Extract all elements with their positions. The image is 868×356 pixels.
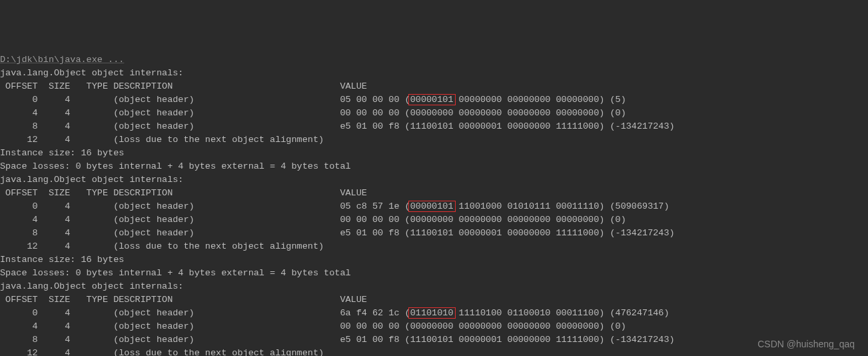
watermark: CSDN @huisheng_qaq <box>757 337 855 351</box>
table-row: 4 4 (object header) 00 00 00 00 (0000000… <box>0 320 868 333</box>
row-suffix: 00000000 00000000 00000000) (5) <box>454 95 626 105</box>
space-losses: Space losses: 0 bytes internal + 4 bytes… <box>0 267 868 280</box>
row-prefix: 0 4 (object header) 05 c8 57 1e ( <box>0 201 410 211</box>
highlighted-byte: 00000101 <box>408 94 456 105</box>
instance-size: Instance size: 16 bytes <box>0 147 868 160</box>
table-row: 8 4 (object header) e5 01 00 f8 (1110010… <box>0 227 868 240</box>
table-row: 8 4 (object header) e5 01 00 f8 (1110010… <box>0 333 868 347</box>
block-title: java.lang.Object object internals: <box>0 280 868 293</box>
row-suffix: 11110100 01100010 00011100) (476247146) <box>454 308 669 318</box>
block-title: java.lang.Object object internals: <box>0 173 868 187</box>
table-row: 12 4 (loss due to the next object alignm… <box>0 133 868 147</box>
table-row: 12 4 (loss due to the next object alignm… <box>0 240 868 253</box>
table-row: 0 4 (object header) 05 00 00 00 (0000010… <box>0 93 868 107</box>
table-row: 0 4 (object header) 05 c8 57 1e (0000010… <box>0 200 868 213</box>
table-row: 8 4 (object header) e5 01 00 f8 (1110010… <box>0 120 868 133</box>
table-header: OFFSET SIZE TYPE DESCRIPTION VALUE <box>0 187 868 200</box>
table-row: 4 4 (object header) 00 00 00 00 (0000000… <box>0 107 868 120</box>
row-prefix: 0 4 (object header) 6a f4 62 1c ( <box>0 308 410 318</box>
table-row: 0 4 (object header) 6a f4 62 1c (0110101… <box>0 307 868 320</box>
command-line: D:\jdk\bin\java.exe ... <box>0 53 868 67</box>
table-row: 4 4 (object header) 00 00 00 00 (0000000… <box>0 213 868 227</box>
block-title: java.lang.Object object internals: <box>0 67 868 80</box>
highlighted-byte: 01101010 <box>408 307 456 319</box>
table-header: OFFSET SIZE TYPE DESCRIPTION VALUE <box>0 80 868 93</box>
instance-size: Instance size: 16 bytes <box>0 253 868 267</box>
table-row: 12 4 (loss due to the next object alignm… <box>0 347 868 356</box>
terminal-output: D:\jdk\bin\java.exe ...java.lang.Object … <box>0 53 868 356</box>
row-suffix: 11001000 01010111 00011110) (509069317) <box>454 201 669 211</box>
table-header: OFFSET SIZE TYPE DESCRIPTION VALUE <box>0 293 868 307</box>
row-prefix: 0 4 (object header) 05 00 00 00 ( <box>0 95 410 105</box>
space-losses: Space losses: 0 bytes internal + 4 bytes… <box>0 160 868 173</box>
highlighted-byte: 00000101 <box>408 201 456 212</box>
